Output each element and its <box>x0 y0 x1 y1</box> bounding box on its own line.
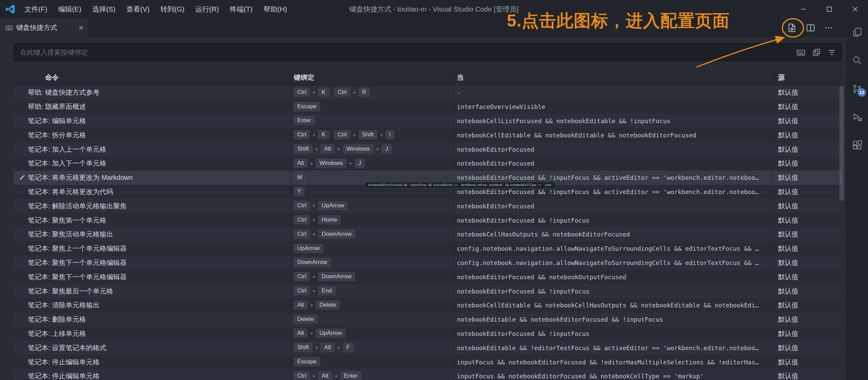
search-input[interactable]: 在此键入搜索按键绑定 <box>14 43 842 61</box>
menu-edit[interactable]: 编辑(E) <box>53 0 87 18</box>
vertical-scrollbar[interactable] <box>839 86 844 201</box>
tab-close-icon[interactable]: ✕ <box>78 24 84 31</box>
table-row[interactable]: 笔记本: 编辑单元格EnternotebookCellListFocused &… <box>14 114 842 128</box>
sort-by-precedence-icon[interactable] <box>812 48 821 57</box>
keybinding-cell: Alt+Delete <box>294 298 454 312</box>
source-cell: 默认值 <box>778 369 839 380</box>
source-cell: 默认值 <box>778 100 839 114</box>
table-row[interactable]: 笔记本: 清除单元格输出Alt+DeletenotebookCellEditab… <box>14 298 842 312</box>
table-row[interactable]: 笔记本: 上移单元格Alt+UpArrownotebookEditorFocus… <box>14 327 842 341</box>
key-chip: Windows <box>316 159 346 168</box>
column-divider <box>773 70 773 380</box>
command-cell: 笔记本: 设置笔记本的格式 <box>28 341 289 355</box>
editor-actions <box>787 18 833 37</box>
menu-terminal[interactable]: 终端(T) <box>224 0 258 18</box>
menu-selection[interactable]: 选择(S) <box>87 0 121 18</box>
table-row[interactable]: 笔记本: 删除单元格DeletenotebookEditable && note… <box>14 312 842 327</box>
keybinding-cell: Ctrl+DownArrow <box>294 227 454 242</box>
table-row[interactable]: 笔记本: 拆分单元格Ctrl+KCtrl+Shift+\notebookCell… <box>14 128 842 142</box>
table-row[interactable]: 笔记本: 聚焦下一个单元格编辑器DownArrowconfig.notebook… <box>14 256 842 270</box>
table-row[interactable]: 笔记本: 聚焦下一个单元格编辑器Ctrl+DownArrownotebookEd… <box>14 270 842 284</box>
run-debug-icon[interactable] <box>852 112 862 122</box>
keybinding-cell: Ctrl+End <box>294 284 454 298</box>
menu-go[interactable]: 转到(G) <box>155 0 190 18</box>
command-cell: 笔记本: 聚焦最后一个单元格 <box>28 284 289 298</box>
vscode-logo-icon <box>5 4 15 14</box>
table-row[interactable]: 帮助: 键盘快捷方式参考Ctrl+KCtrl+R-默认值 <box>14 86 842 100</box>
key-chip: J <box>355 159 365 168</box>
key-plus: + <box>376 146 379 152</box>
menu-help[interactable]: 帮助(H) <box>258 0 292 18</box>
table-row[interactable]: 笔记本: 设置笔记本的格式Shift+Alt+FnotebookEditable… <box>14 341 842 355</box>
when-cell: notebookEditorFocused && !inputFocus <box>457 284 772 298</box>
when-cell: notebookEditorFocused <box>457 142 772 156</box>
table-row[interactable]: 笔记本: 停止编辑单元格Ctrl+Alt+EnterinputFocus && … <box>14 369 842 380</box>
command-cell: 笔记本: 删除单元格 <box>28 312 289 327</box>
table-row[interactable]: 笔记本: 停止编辑单元格EscapeinputFocus && notebook… <box>14 355 842 369</box>
extensions-icon[interactable] <box>852 140 862 150</box>
source-cell: 默认值 <box>778 298 839 312</box>
row-edit-gutter <box>16 312 28 327</box>
command-cell: 笔记本: 清除单元格输出 <box>28 298 289 312</box>
key-chip: Delete <box>316 301 339 310</box>
key-chip: Alt <box>321 145 334 154</box>
table-row[interactable]: 笔记本: 加入下一个单元格Alt+Windows+JnotebookEditor… <box>14 156 842 171</box>
key-chip: Y <box>294 187 304 196</box>
table-row[interactable]: 笔记本: 聚焦第一个单元格Ctrl+HomenotebookEditorFocu… <box>14 213 842 227</box>
tab-keyboard-shortcuts[interactable]: 键盘快捷方式 ✕ <box>0 18 89 37</box>
row-edit-gutter <box>16 327 28 341</box>
column-divider <box>454 70 454 380</box>
activity-bar: 12 <box>846 18 868 380</box>
key-plus: + <box>315 345 318 351</box>
key-chip: Enter <box>340 372 361 380</box>
more-actions-icon[interactable] <box>824 23 833 32</box>
table-row[interactable]: 帮助: 隐藏界面概述EscapeinterfaceOverviewVisible… <box>14 100 842 114</box>
keybinding-cell: Ctrl+UpArrow <box>294 199 454 213</box>
column-divider <box>290 70 291 380</box>
when-cell: notebookEditorFocused && notebookOutputF… <box>457 270 772 284</box>
row-edit-gutter <box>16 298 28 312</box>
table-row[interactable]: 笔记本: 解除活动单元格输出聚焦Ctrl+UpArrownotebookEdit… <box>14 199 842 213</box>
key-chip: Ctrl <box>334 88 350 97</box>
command-cell: 笔记本: 停止编辑单元格 <box>28 355 289 369</box>
key-plus: + <box>335 373 338 379</box>
table-row[interactable]: 笔记本: 加入上一个单元格Shift+Alt+Windows+Jnotebook… <box>14 142 842 156</box>
header-keybinding: 键绑定 <box>294 70 314 85</box>
key-chip: Alt <box>294 329 307 338</box>
clear-filter-icon[interactable] <box>828 48 836 57</box>
keybinding-cell: Escape <box>294 355 454 369</box>
source-cell: 默认值 <box>778 185 839 199</box>
key-plus: + <box>310 302 313 308</box>
key-chip: \ <box>386 130 394 140</box>
key-chip: Alt <box>321 343 334 353</box>
search-icon[interactable] <box>852 55 862 65</box>
table-row[interactable]: 笔记本: 聚焦最后一个单元格Ctrl+EndnotebookEditorFocu… <box>14 284 842 298</box>
key-plus: + <box>337 345 340 351</box>
menu-file[interactable]: 文件(F) <box>19 0 53 18</box>
row-edit-gutter <box>16 128 28 142</box>
edit-pencil-icon[interactable] <box>19 174 25 181</box>
table-row[interactable]: 笔记本: 聚焦活动单元格输出Ctrl+DownArrownotebookCell… <box>14 227 842 242</box>
menu-run[interactable]: 运行(R) <box>190 0 224 18</box>
key-plus: + <box>312 132 315 138</box>
open-keyboard-shortcuts-json-icon[interactable] <box>787 23 797 33</box>
command-cell: 笔记本: 将单元格更改为 Markdown <box>28 171 289 185</box>
split-editor-icon[interactable] <box>806 23 815 33</box>
keybinding-cell: Ctrl+KCtrl+Shift+\ <box>294 128 454 142</box>
minimize-button[interactable] <box>791 0 816 18</box>
key-chip: Ctrl <box>294 215 309 225</box>
keybinding-cell: UpArrow <box>294 242 454 256</box>
source-cell: 默认值 <box>778 227 839 242</box>
menu-view[interactable]: 查看(V) <box>121 0 155 18</box>
close-button[interactable] <box>842 0 868 18</box>
command-cell: 笔记本: 停止编辑单元格 <box>28 369 289 380</box>
explorer-icon[interactable] <box>852 27 862 37</box>
row-edit-gutter <box>16 86 28 100</box>
maximize-button[interactable] <box>816 0 842 18</box>
key-plus: + <box>312 217 315 223</box>
command-cell: 笔记本: 解除活动单元格输出聚焦 <box>28 199 289 213</box>
key-chip: Ctrl <box>294 230 309 239</box>
table-row[interactable]: 笔记本: 聚焦上一个单元格编辑器UpArrowconfig.notebook.n… <box>14 242 842 256</box>
record-keys-icon[interactable] <box>796 48 805 57</box>
key-plus: + <box>310 160 313 167</box>
